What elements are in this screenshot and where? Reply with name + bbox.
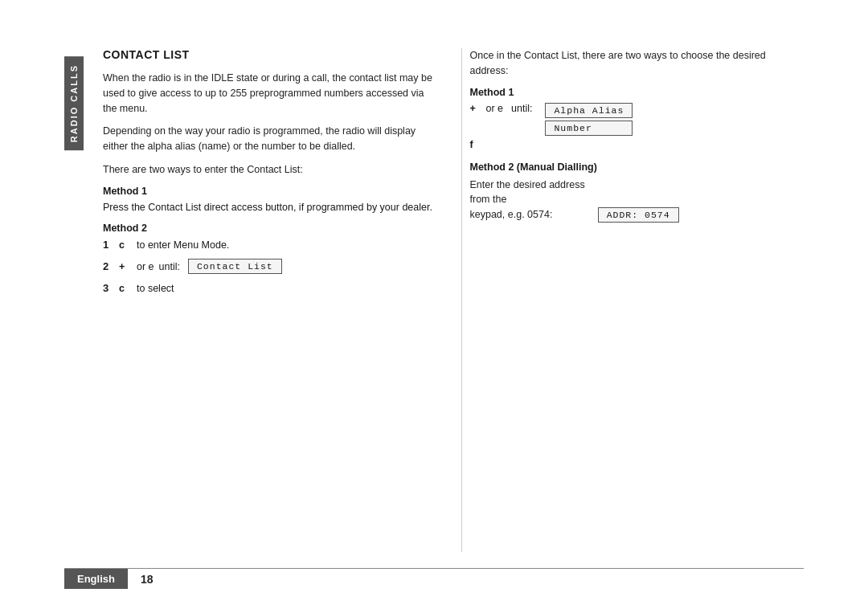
right-method2-text: Enter the desired address from the keypa…: [470, 178, 585, 223]
step3-text: to select: [137, 283, 174, 294]
step3-number: 3: [103, 282, 114, 294]
right-column: Once in the Contact List, there are two …: [461, 48, 805, 552]
step1-row: 1 c to enter Menu Mode.: [103, 239, 437, 251]
step2-number: 2: [103, 260, 114, 272]
right-method2-body2: from the: [470, 192, 585, 207]
right-step1-key: +: [470, 103, 481, 114]
method2-label: Method 2: [103, 223, 437, 234]
method1-label: Method 1: [103, 186, 437, 197]
right-lcd2: Number: [545, 121, 633, 136]
right-step1-until: until:: [511, 103, 532, 114]
step2-until: until:: [159, 261, 180, 272]
section-title: CONTACT LIST: [103, 48, 437, 61]
step1-number: 1: [103, 239, 114, 251]
sidebar: Radio Calls: [64, 48, 95, 552]
intro-paragraph-1: When the radio is in the IDLE state or d…: [103, 71, 437, 116]
right-step-f-row: f: [470, 139, 805, 150]
step3-key: c: [119, 283, 132, 294]
main-content: Radio Calls CONTACT LIST When the radio …: [0, 0, 868, 568]
right-method2-label: Method 2 (Manual Dialling): [470, 161, 805, 173]
right-lcd1: Alpha Alias: [545, 103, 633, 118]
intro-paragraph-3: There are two ways to enter the Contact …: [103, 162, 437, 178]
right-lcd3: ADDR: 0574: [598, 207, 679, 223]
right-intro: Once in the Contact List, there are two …: [470, 48, 805, 79]
right-step1-mid: or e: [486, 103, 504, 114]
footer: English 18: [0, 569, 868, 613]
step1-text: to enter Menu Mode.: [137, 239, 229, 251]
footer-page-number: 18: [141, 573, 154, 586]
step2-key: +: [119, 261, 132, 272]
sidebar-label: Radio Calls: [64, 56, 84, 150]
right-step1-row: + or e until: Alpha Alias Number: [470, 103, 805, 136]
right-method1-label: Method 1: [470, 87, 805, 98]
step1-key: c: [119, 239, 132, 251]
left-column: CONTACT LIST When the radio is in the ID…: [95, 48, 461, 552]
step2-row: 2 + or e until: Contact List: [103, 259, 437, 274]
intro-paragraph-2: Depending on the way your radio is progr…: [103, 124, 437, 154]
right-step-f-key: f: [470, 139, 481, 150]
right-method2-body: Enter the desired address from the keypa…: [470, 178, 805, 223]
step2-lcd: Contact List: [188, 259, 282, 274]
right-method2-body1: Enter the desired address: [470, 178, 585, 193]
step3-row: 3 c to select: [103, 282, 437, 294]
page-container: Radio Calls CONTACT LIST When the radio …: [0, 0, 868, 613]
method1-body: Press the Contact List direct access but…: [103, 200, 437, 215]
right-method2-body3: keypad, e.g. 0574:: [470, 207, 585, 223]
step2-mid: or e: [137, 261, 154, 272]
right-lcd-stack: Alpha Alias Number: [542, 103, 633, 136]
footer-language: English: [64, 569, 128, 589]
